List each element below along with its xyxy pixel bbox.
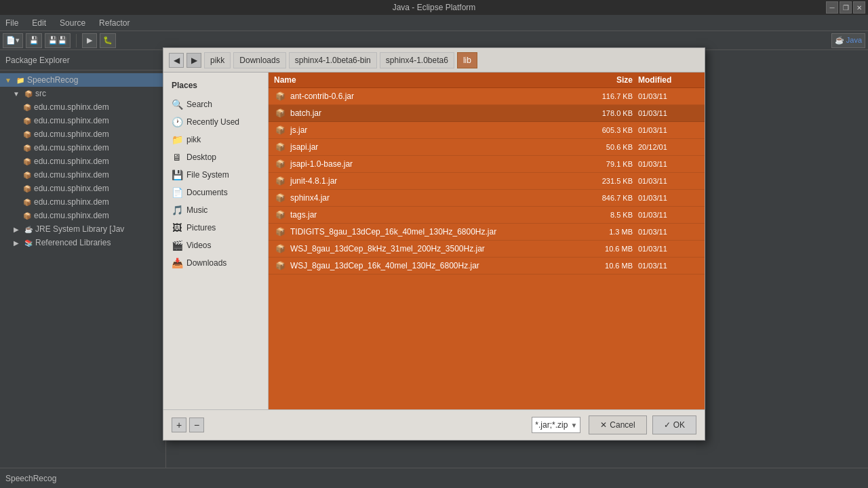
- places-search[interactable]: 🔍 Search: [163, 96, 268, 113]
- cancel-icon: ✕: [600, 420, 607, 430]
- file-date-9: 01/03/11: [638, 245, 699, 253]
- downloads-icon: 📥: [172, 258, 182, 268]
- dialog-content: Places 🔍 Search 🕐 Recently Used 📁 pikk 🖥…: [163, 73, 705, 409]
- places-recently-used[interactable]: 🕐 Recently Used: [163, 113, 268, 131]
- file-date-2: 01/03/11: [638, 126, 699, 134]
- ok-icon: ✓: [664, 420, 671, 430]
- places-documents[interactable]: 📄 Documents: [163, 184, 268, 201]
- bottom-left-buttons: + −: [172, 418, 204, 432]
- file-name-0: ant-contrib-0.6.jar: [290, 92, 577, 101]
- file-size-1: 178.0 KB: [577, 109, 638, 117]
- file-date-0: 01/03/11: [638, 92, 699, 100]
- file-row[interactable]: 📦 jsapi-1.0-base.jar 79.1 KB 01/03/11: [269, 156, 705, 173]
- recently-used-icon: 🕐: [172, 117, 182, 127]
- path-segment-sphinx4[interactable]: sphinx4-1.0beta6: [380, 52, 454, 68]
- places-panel: Places 🔍 Search 🕐 Recently Used 📁 pikk 🖥…: [163, 73, 269, 409]
- places-header: Places: [163, 78, 268, 96]
- file-row[interactable]: 📦 batch.jar 178.0 KB 01/03/11: [269, 105, 705, 122]
- file-size-5: 231.5 KB: [577, 177, 638, 185]
- file-name-6: sphinx4.jar: [290, 193, 577, 203]
- jar-icon-6: 📦: [274, 192, 286, 204]
- places-pikk[interactable]: 📁 pikk: [163, 131, 268, 148]
- jar-icon-0: 📦: [274, 90, 286, 102]
- jar-icon-10: 📦: [274, 260, 286, 272]
- places-pictures[interactable]: 🖼 Pictures: [163, 219, 268, 237]
- file-row[interactable]: 📦 junit-4.8.1.jar 231.5 KB 01/03/11: [269, 173, 705, 190]
- places-desktop-label: Desktop: [186, 152, 216, 162]
- jar-icon-3: 📦: [274, 141, 286, 153]
- cancel-button[interactable]: ✕ Cancel: [589, 415, 646, 434]
- jar-icon-4: 📦: [274, 158, 286, 170]
- file-name-5: junit-4.8.1.jar: [290, 176, 577, 186]
- places-desktop[interactable]: 🖥 Desktop: [163, 148, 268, 166]
- files-panel: Name Size Modified 📦 ant-contrib-0.6.jar…: [269, 73, 705, 409]
- col-header-name[interactable]: Name: [274, 75, 577, 85]
- path-segment-downloads[interactable]: Downloads: [233, 52, 285, 68]
- file-size-8: 1.3 MB: [577, 228, 638, 236]
- places-downloads[interactable]: 📥 Downloads: [163, 254, 268, 272]
- file-dialog: ◀ ▶ pikk Downloads sphinx4-1.0beta6-bin …: [163, 47, 705, 441]
- file-date-7: 01/03/11: [638, 211, 699, 219]
- path-bar: ◀ ▶ pikk Downloads sphinx4-1.0beta6-bin …: [163, 48, 705, 73]
- places-filesystem[interactable]: 💾 File System: [163, 166, 268, 184]
- remove-folder-button[interactable]: −: [189, 418, 204, 432]
- dialog-bottom-bar: + − *.jar;*.zip ▼ ✕ Cancel ✓ OK: [163, 409, 705, 440]
- file-row[interactable]: 📦 js.jar 605.3 KB 01/03/11: [269, 122, 705, 139]
- file-size-2: 605.3 KB: [577, 126, 638, 134]
- file-row[interactable]: 📦 tags.jar 8.5 KB 01/03/11: [269, 207, 705, 224]
- dialog-overlay: ◀ ▶ pikk Downloads sphinx4-1.0beta6-bin …: [0, 0, 868, 488]
- places-search-label: Search: [186, 100, 212, 109]
- file-name-10: WSJ_8gau_13dCep_16k_40mel_130Hz_6800Hz.j…: [290, 261, 577, 270]
- file-date-8: 01/03/11: [638, 228, 699, 236]
- file-size-6: 846.7 KB: [577, 194, 638, 202]
- file-size-10: 10.6 MB: [577, 262, 638, 270]
- filesystem-icon: 💾: [172, 169, 182, 180]
- file-row[interactable]: 📦 WSJ_8gau_13dCep_16k_40mel_130Hz_6800Hz…: [269, 258, 705, 274]
- file-date-1: 01/03/11: [638, 109, 699, 117]
- path-segment-sphinx4bin[interactable]: sphinx4-1.0beta6-bin: [289, 52, 377, 68]
- col-header-modified[interactable]: Modified: [638, 75, 699, 85]
- file-name-2: js.jar: [290, 125, 577, 135]
- back-button[interactable]: ◀: [169, 53, 184, 68]
- files-header: Name Size Modified: [269, 73, 705, 88]
- places-downloads-label: Downloads: [186, 258, 226, 268]
- videos-icon: 🎬: [172, 240, 182, 251]
- places-music[interactable]: 🎵 Music: [163, 201, 268, 219]
- jar-icon-5: 📦: [274, 175, 286, 187]
- ok-label: OK: [673, 420, 685, 430]
- add-folder-button[interactable]: +: [172, 418, 186, 432]
- file-name-3: jsapi.jar: [290, 142, 577, 152]
- file-size-4: 79.1 KB: [577, 160, 638, 168]
- file-size-9: 10.6 MB: [577, 245, 638, 253]
- file-date-6: 01/03/11: [638, 194, 699, 202]
- file-name-4: jsapi-1.0-base.jar: [290, 159, 577, 169]
- dialog-buttons: ✕ Cancel ✓ OK: [589, 415, 696, 434]
- places-videos[interactable]: 🎬 Videos: [163, 237, 268, 254]
- file-size-3: 50.6 KB: [577, 143, 638, 151]
- file-size-7: 8.5 KB: [577, 211, 638, 219]
- forward-indicator: ▶: [186, 53, 201, 68]
- places-recently-used-label: Recently Used: [186, 117, 239, 127]
- file-name-8: TIDIGITS_8gau_13dCep_16k_40mel_130Hz_680…: [290, 227, 577, 237]
- jar-icon-7: 📦: [274, 209, 286, 221]
- path-segment-pikk[interactable]: pikk: [204, 52, 231, 68]
- places-pictures-label: Pictures: [186, 223, 216, 232]
- file-row[interactable]: 📦 sphinx4.jar 846.7 KB 01/03/11: [269, 190, 705, 207]
- file-name-9: WSJ_8gau_13dCep_8kHz_31mel_200Hz_3500Hz.…: [290, 244, 577, 253]
- places-pikk-label: pikk: [186, 135, 201, 144]
- documents-icon: 📄: [172, 187, 182, 198]
- file-row[interactable]: 📦 TIDIGITS_8gau_13dCep_16k_40mel_130Hz_6…: [269, 224, 705, 241]
- file-row[interactable]: 📦 WSJ_8gau_13dCep_8kHz_31mel_200Hz_3500H…: [269, 241, 705, 258]
- pikk-icon: 📁: [172, 134, 182, 145]
- jar-icon-9: 📦: [274, 243, 286, 255]
- file-row[interactable]: 📦 ant-contrib-0.6.jar 116.7 KB 01/03/11: [269, 88, 705, 105]
- file-date-5: 01/03/11: [638, 177, 699, 185]
- files-list[interactable]: 📦 ant-contrib-0.6.jar 116.7 KB 01/03/11 …: [269, 88, 705, 409]
- filter-dropdown[interactable]: *.jar;*.zip ▼: [532, 417, 580, 433]
- path-segment-lib[interactable]: lib: [457, 52, 477, 68]
- pictures-icon: 🖼: [172, 222, 182, 233]
- col-header-size[interactable]: Size: [577, 75, 638, 85]
- search-icon: 🔍: [172, 99, 182, 110]
- file-row[interactable]: 📦 jsapi.jar 50.6 KB 20/12/01: [269, 139, 705, 156]
- ok-button[interactable]: ✓ OK: [652, 415, 696, 434]
